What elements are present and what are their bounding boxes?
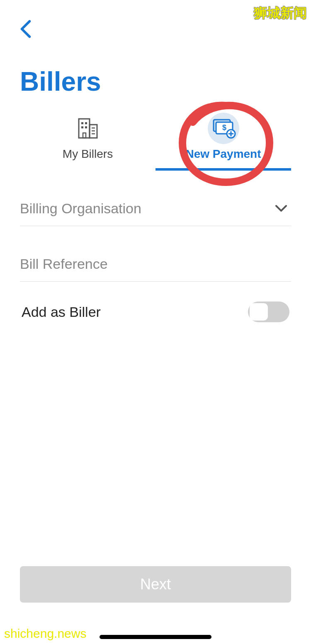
back-button[interactable]: [20, 20, 33, 40]
home-indicator[interactable]: [100, 635, 211, 639]
add-as-biller-toggle[interactable]: [248, 301, 289, 322]
svg-rect-2: [81, 122, 83, 124]
form-area: Billing Organisation Bill Reference Add …: [20, 191, 291, 322]
buildings-icon: [75, 117, 100, 140]
svg-rect-5: [85, 126, 87, 128]
chevron-left-icon: [20, 20, 32, 38]
next-button[interactable]: Next: [20, 566, 291, 603]
watermark-top: 狮城新闻: [254, 4, 307, 22]
watermark-bottom: shicheng.news: [4, 627, 86, 641]
buildings-icon-bg: [72, 113, 104, 144]
tab-my-billers-label: My Billers: [63, 147, 113, 161]
tab-new-payment[interactable]: $ New Payment: [156, 108, 291, 166]
billing-organisation-dropdown[interactable]: Billing Organisation: [20, 191, 291, 226]
next-button-label: Next: [140, 576, 171, 593]
billing-organisation-label: Billing Organisation: [20, 200, 141, 216]
money-plus-icon: $: [210, 117, 237, 140]
svg-rect-4: [81, 126, 83, 128]
tabs-container: My Billers $ New Payment: [20, 108, 291, 166]
money-plus-icon-bg: $: [208, 113, 239, 144]
chevron-down-icon: [275, 204, 288, 212]
page-title: Billers: [20, 66, 101, 97]
bill-reference-label: Bill Reference: [20, 256, 108, 272]
tab-new-payment-label: New Payment: [185, 147, 261, 161]
tab-my-billers[interactable]: My Billers: [20, 108, 156, 166]
active-tab-underline: [156, 168, 291, 171]
svg-rect-3: [85, 122, 87, 124]
svg-rect-0: [79, 119, 90, 138]
svg-text:$: $: [222, 123, 226, 132]
bill-reference-input[interactable]: Bill Reference: [20, 246, 291, 282]
add-as-biller-row: Add as Biller: [20, 301, 291, 322]
toggle-thumb: [250, 303, 268, 321]
add-as-biller-label: Add as Biller: [22, 304, 101, 320]
svg-rect-6: [83, 133, 86, 138]
